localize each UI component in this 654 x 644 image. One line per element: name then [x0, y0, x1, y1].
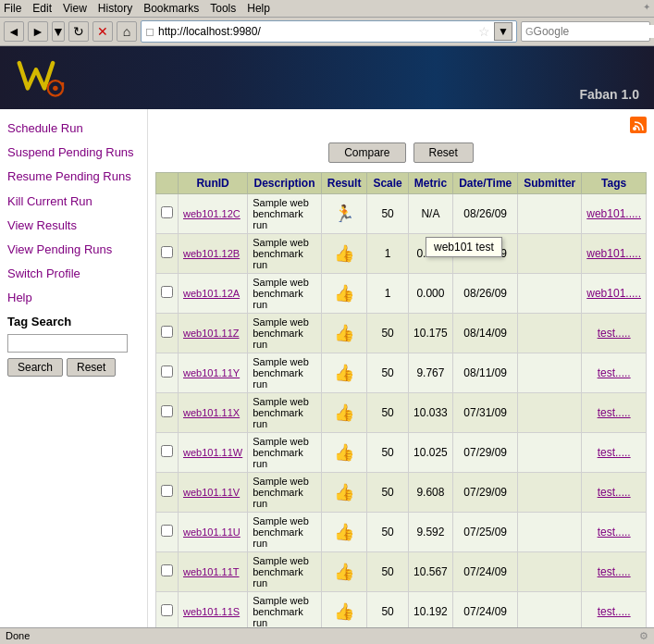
- row-checkbox-cell: [156, 234, 179, 274]
- row-runid-8[interactable]: web101.11U: [179, 513, 248, 552]
- row-tags-7[interactable]: test.....: [582, 473, 647, 513]
- row-runid-2[interactable]: web101.12A: [179, 274, 248, 314]
- row-runid-6[interactable]: web101.11W: [179, 433, 248, 473]
- forward-button[interactable]: ►: [28, 21, 48, 42]
- address-bar[interactable]: ◻ ☆ ▼: [141, 20, 517, 43]
- row-description-9: Sample web benchmark run: [248, 552, 322, 592]
- menu-edit[interactable]: Edit: [32, 2, 52, 15]
- compare-button[interactable]: Compare: [328, 142, 405, 163]
- row-scale-4: 50: [367, 353, 408, 393]
- menu-bar: File Edit View History Bookmarks Tools H…: [0, 0, 654, 18]
- row-tags-9[interactable]: test.....: [582, 552, 647, 592]
- row-checkbox-9[interactable]: [161, 564, 173, 576]
- row-datetime-9: 07/24/09: [453, 552, 518, 592]
- stop-button[interactable]: ✕: [93, 21, 113, 42]
- address-icon: ◻: [145, 25, 154, 38]
- row-checkbox-6[interactable]: [161, 445, 173, 457]
- menu-history[interactable]: History: [98, 2, 132, 15]
- row-tags-5[interactable]: test.....: [582, 393, 647, 433]
- row-runid-4[interactable]: web101.11Y: [179, 353, 248, 393]
- row-checkbox-0[interactable]: [161, 206, 173, 218]
- row-checkbox-10[interactable]: [161, 604, 173, 616]
- sidebar-item-resume-pending[interactable]: Resume Pending Runs: [7, 168, 140, 185]
- sidebar-item-suspend-pending[interactable]: Suspend Pending Runs: [7, 144, 140, 161]
- reload-button[interactable]: ↻: [68, 21, 89, 42]
- row-metric-3: 10.175: [408, 314, 452, 353]
- star-icon[interactable]: ☆: [478, 24, 490, 39]
- sidebar-item-view-pending[interactable]: View Pending Runs: [7, 242, 140, 258]
- row-checkbox-5[interactable]: [161, 405, 173, 417]
- table-row: web101.11T Sample web benchmark run 👍 50…: [156, 552, 647, 592]
- sidebar-item-schedule-run[interactable]: Schedule Run: [7, 120, 140, 137]
- row-result-9: 👍: [321, 552, 367, 592]
- tag-search-button[interactable]: Search: [7, 358, 63, 377]
- row-runid-7[interactable]: web101.11V: [179, 473, 248, 513]
- search-toolbar-input[interactable]: [534, 25, 654, 38]
- row-checkbox-2[interactable]: [161, 286, 173, 298]
- row-checkbox-4[interactable]: [161, 365, 173, 378]
- row-datetime-5: 07/31/09: [453, 393, 518, 433]
- menu-view[interactable]: View: [63, 2, 87, 15]
- table-row: web101.11V Sample web benchmark run 👍 50…: [156, 473, 647, 513]
- row-scale-5: 50: [367, 393, 408, 433]
- search-bar-icon: G: [525, 26, 534, 37]
- address-input[interactable]: [158, 25, 478, 38]
- table-header-metric: Metric: [408, 173, 452, 194]
- tag-reset-button[interactable]: Reset: [67, 358, 116, 377]
- row-tags-8[interactable]: test.....: [582, 513, 647, 552]
- row-runid-5[interactable]: web101.11X: [179, 393, 248, 433]
- tag-search-buttons: Search Reset: [7, 358, 140, 377]
- back-button[interactable]: ◄: [4, 21, 24, 42]
- row-submitter-9: [518, 552, 582, 592]
- row-datetime-2: 08/26/09: [453, 274, 518, 314]
- row-result-7: 👍: [321, 473, 367, 513]
- row-tags-6[interactable]: test.....: [582, 433, 647, 473]
- sidebar-item-switch-profile[interactable]: Switch Profile: [7, 266, 140, 282]
- dropdown-button[interactable]: ▼: [52, 21, 65, 42]
- table-header-submitter: Submitter: [518, 173, 582, 194]
- toolbar: ◄ ► ▼ ↻ ✕ ⌂ ◻ ☆ ▼ G 🔍: [0, 18, 654, 46]
- row-tags-2[interactable]: web101.....: [582, 274, 647, 314]
- status-icon: ⚙: [639, 630, 648, 642]
- row-result-6: 👍: [321, 433, 367, 473]
- sidebar-item-help[interactable]: Help: [7, 290, 140, 306]
- reset-button[interactable]: Reset: [413, 142, 474, 163]
- tag-search-input[interactable]: [7, 334, 128, 353]
- tag-search-label: Tag Search: [7, 315, 140, 328]
- row-checkbox-3[interactable]: [161, 326, 173, 338]
- menu-help[interactable]: Help: [247, 2, 270, 15]
- menu-file[interactable]: File: [4, 2, 21, 15]
- row-runid-9[interactable]: web101.11T: [179, 552, 248, 592]
- row-tags-4[interactable]: test.....: [582, 353, 647, 393]
- row-submitter-1: [518, 234, 582, 274]
- address-go-button[interactable]: ▼: [494, 22, 512, 41]
- row-runid-1[interactable]: web101.12B: [179, 234, 248, 274]
- row-datetime-3: 08/14/09: [453, 314, 518, 353]
- row-tags-0[interactable]: web101.....: [582, 194, 647, 234]
- top-buttons: Compare Reset: [155, 142, 647, 163]
- row-runid-0[interactable]: web101.12C: [179, 194, 248, 234]
- sidebar-links: Schedule Run Suspend Pending Runs Resume…: [7, 120, 140, 307]
- row-checkbox-1[interactable]: [161, 246, 173, 258]
- row-description-8: Sample web benchmark run: [248, 513, 322, 552]
- sidebar-item-view-results[interactable]: View Results: [7, 217, 140, 234]
- row-checkbox-8[interactable]: [161, 525, 173, 537]
- row-runid-3[interactable]: web101.11Z: [179, 314, 248, 353]
- row-tags-3[interactable]: test.....: [582, 314, 647, 353]
- svg-point-1: [53, 86, 57, 91]
- sidebar-item-kill-current[interactable]: Kill Current Run: [7, 193, 140, 210]
- row-tags-1[interactable]: web101.....: [582, 234, 647, 274]
- home-button[interactable]: ⌂: [117, 21, 137, 42]
- browser-frame: File Edit View History Bookmarks Tools H…: [0, 0, 654, 644]
- row-checkbox-7[interactable]: [161, 485, 173, 497]
- table-row: web101.11X Sample web benchmark run 👍 50…: [156, 393, 647, 433]
- row-runid-10[interactable]: web101.11S: [179, 592, 248, 628]
- row-tags-10[interactable]: test.....: [582, 592, 647, 628]
- row-description-5: Sample web benchmark run: [248, 393, 322, 433]
- row-submitter-5: [518, 393, 582, 433]
- rss-icon[interactable]: [630, 117, 647, 133]
- menu-tools[interactable]: Tools: [210, 2, 236, 15]
- table-row: web101.11U Sample web benchmark run 👍 50…: [156, 513, 647, 552]
- menu-bookmarks[interactable]: Bookmarks: [143, 2, 199, 15]
- row-scale-9: 50: [367, 552, 408, 592]
